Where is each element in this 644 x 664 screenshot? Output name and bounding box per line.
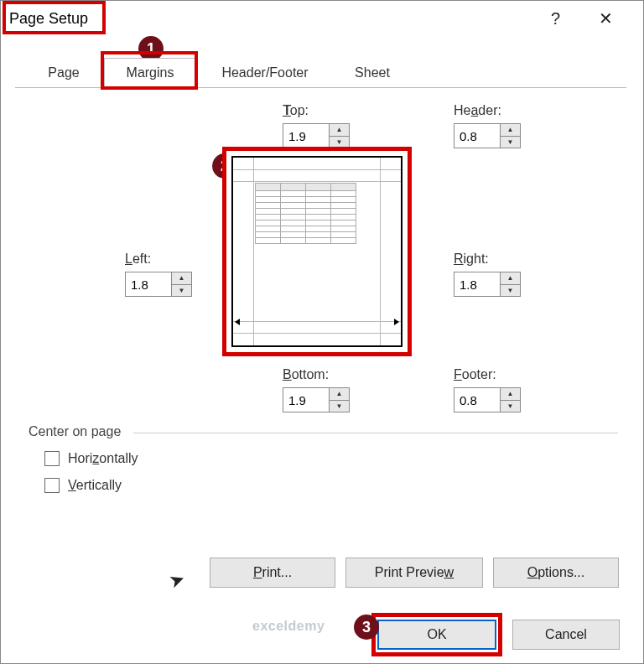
window-title: Page Setup bbox=[1, 7, 96, 31]
cursor-arrow-icon: ➤ bbox=[166, 568, 188, 594]
cancel-button[interactable]: Cancel bbox=[512, 620, 620, 650]
margin-preview bbox=[231, 156, 402, 347]
input-top[interactable] bbox=[283, 124, 329, 148]
spinner-left[interactable]: ▲ ▼ bbox=[125, 272, 192, 297]
ok-button[interactable]: OK bbox=[377, 620, 496, 650]
label-top: TTop: bbox=[283, 103, 309, 118]
spinner-footer[interactable]: ▲ ▼ bbox=[454, 387, 521, 412]
tab-sheet[interactable]: Sheet bbox=[334, 58, 411, 88]
close-button[interactable]: ✕ bbox=[592, 5, 620, 32]
spin-down-icon[interactable]: ▼ bbox=[172, 285, 191, 297]
label-right: Right: bbox=[454, 252, 489, 267]
guide-right bbox=[380, 158, 381, 345]
help-button[interactable]: ? bbox=[544, 6, 567, 32]
label-left: Left: bbox=[125, 252, 151, 267]
spin-up-icon[interactable]: ▲ bbox=[501, 388, 520, 401]
spin-buttons-top: ▲ ▼ bbox=[329, 124, 349, 148]
print-button-label: Print... bbox=[253, 565, 292, 580]
checkbox-horizontally[interactable]: Horizontally bbox=[44, 451, 138, 466]
page-setup-dialog: Page Setup ? ✕ Page Margins Header/Foote… bbox=[0, 0, 644, 664]
spin-up-icon[interactable]: ▲ bbox=[330, 124, 349, 137]
tab-margins[interactable]: Margins bbox=[104, 58, 196, 88]
tabs: Page Margins Header/Footer Sheet bbox=[15, 58, 626, 88]
print-button[interactable]: Print... bbox=[210, 558, 335, 588]
tab-page[interactable]: Page bbox=[23, 58, 104, 88]
guide-bottom bbox=[233, 321, 401, 322]
checkbox-vertically[interactable]: Vertically bbox=[44, 478, 122, 493]
spin-down-icon[interactable]: ▼ bbox=[501, 137, 520, 148]
checkbox-box-icon bbox=[44, 451, 60, 466]
print-preview-button-label: Print Preview bbox=[375, 565, 454, 580]
spin-buttons-footer: ▲ ▼ bbox=[500, 388, 520, 412]
triangle-left-icon bbox=[235, 319, 240, 325]
spinner-header[interactable]: ▲ ▼ bbox=[454, 123, 521, 148]
options-button[interactable]: Options... bbox=[493, 558, 619, 588]
input-right[interactable] bbox=[454, 272, 500, 296]
input-footer[interactable] bbox=[454, 388, 500, 412]
spin-down-icon[interactable]: ▼ bbox=[501, 401, 520, 412]
label-footer: Footer: bbox=[454, 367, 496, 382]
spin-up-icon[interactable]: ▲ bbox=[501, 124, 520, 137]
spinner-right[interactable]: ▲ ▼ bbox=[454, 272, 521, 297]
guide-footer bbox=[233, 333, 401, 334]
input-header[interactable] bbox=[454, 124, 500, 148]
spin-buttons-left: ▲ ▼ bbox=[171, 272, 191, 296]
spinner-bottom[interactable]: ▲ ▼ bbox=[283, 387, 350, 412]
label-top-text: Top: bbox=[283, 103, 309, 117]
titlebar: Page Setup ? ✕ bbox=[1, 1, 643, 36]
spin-buttons-bottom: ▲ ▼ bbox=[329, 388, 349, 412]
print-preview-button[interactable]: Print Preview bbox=[345, 558, 483, 588]
spin-down-icon[interactable]: ▼ bbox=[330, 137, 349, 148]
annotation-preview-highlight bbox=[222, 147, 412, 356]
checkbox-horizontally-label: Horizontally bbox=[68, 451, 138, 466]
spin-up-icon[interactable]: ▲ bbox=[330, 388, 349, 401]
tab-header-footer[interactable]: Header/Footer bbox=[196, 58, 334, 88]
label-header: Header: bbox=[454, 103, 501, 118]
guide-header bbox=[233, 169, 401, 170]
section-center-on-page: Center on page bbox=[29, 424, 121, 439]
input-bottom[interactable] bbox=[283, 388, 329, 412]
spin-up-icon[interactable]: ▲ bbox=[501, 272, 520, 285]
checkbox-box-icon bbox=[44, 478, 60, 493]
spin-buttons-header: ▲ ▼ bbox=[500, 124, 520, 148]
label-bottom: Bottom: bbox=[283, 367, 329, 382]
triangle-right-icon bbox=[394, 319, 399, 325]
spin-down-icon[interactable]: ▼ bbox=[501, 285, 520, 297]
client-area: Page Margins Header/Footer Sheet 1 2 TTo… bbox=[1, 36, 643, 663]
checkbox-vertically-label: Vertically bbox=[68, 478, 122, 493]
spin-up-icon[interactable]: ▲ bbox=[172, 272, 191, 285]
spin-down-icon[interactable]: ▼ bbox=[330, 401, 349, 412]
annotation-callout-3: 3 bbox=[354, 615, 379, 640]
input-left[interactable] bbox=[126, 272, 171, 296]
options-button-label: Options... bbox=[527, 565, 584, 580]
watermark: exceldemy bbox=[252, 619, 325, 634]
section-divider bbox=[133, 433, 618, 433]
titlebar-buttons: ? ✕ bbox=[544, 5, 636, 32]
spin-buttons-right: ▲ ▼ bbox=[500, 272, 520, 296]
preview-data-grid bbox=[255, 183, 356, 243]
spinner-top[interactable]: ▲ ▼ bbox=[283, 123, 350, 148]
